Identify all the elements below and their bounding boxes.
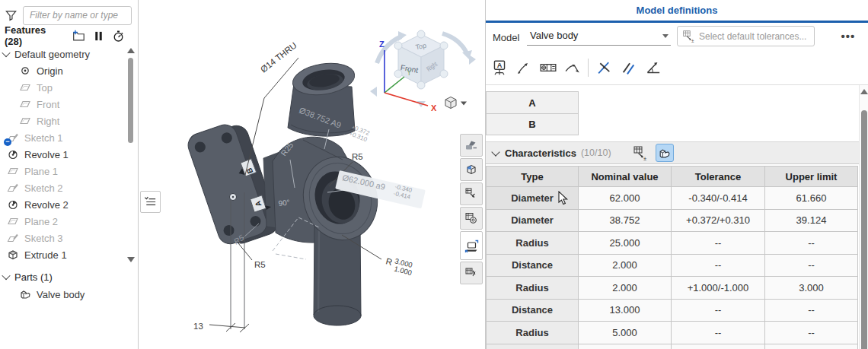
type-cell[interactable]: Distance — [486, 255, 579, 278]
feature-tree-item[interactable]: − Sketch 3 — [0, 230, 123, 246]
tolerance-cell[interactable]: +0.372/+0.310 — [672, 210, 765, 233]
appearance-tool-button[interactable] — [460, 134, 483, 157]
scrollbar-thumb[interactable] — [128, 58, 133, 143]
characteristics-section-header[interactable]: Characteristics (10/10) ± — [486, 141, 860, 164]
characteristic-row[interactable]: Distance 13.000 -- -- — [486, 300, 858, 322]
tolerance-cell[interactable]: -- — [672, 300, 765, 322]
column-header-nominal[interactable]: Nominal value — [579, 166, 672, 187]
feature-tree-item[interactable]: − Top — [0, 79, 123, 96]
annotation-dim13[interactable]: 13 — [193, 322, 203, 331]
feature-tree-item[interactable]: − Front — [0, 96, 123, 113]
exploded-view-button[interactable] — [460, 182, 483, 205]
annotation-d14-thru[interactable]: Ø14 THRU — [259, 40, 298, 74]
tolerance-cell[interactable]: -- — [672, 322, 765, 344]
upper-limit-cell[interactable]: -- — [765, 232, 858, 255]
tolerance-cell[interactable]: +1.000/-1.000 — [672, 277, 765, 300]
upper-limit-cell[interactable]: -- — [765, 300, 858, 322]
suppress-pause-icon[interactable] — [91, 28, 105, 43]
datum-tool-icon[interactable]: A — [489, 58, 509, 78]
tolerance-cell[interactable]: -- — [672, 232, 765, 255]
type-cell[interactable]: Radius — [486, 322, 579, 344]
leader-tool-icon[interactable] — [513, 58, 534, 78]
feature-tree-item[interactable]: − Sketch 2 — [0, 179, 123, 196]
characteristic-row[interactable]: Diameter 62.000 -0.340/-0.414 61.660 — [486, 187, 858, 210]
nominal-value-cell[interactable]: 2.000 — [579, 277, 672, 300]
nominal-value-cell[interactable]: 2.000 — [579, 255, 672, 278]
parts-section-header[interactable]: Parts (1) — [3, 268, 53, 285]
view-cube[interactable]: Top Front Right Z Y X — [370, 30, 476, 113]
upper-limit-cell[interactable]: 3.000 — [765, 277, 858, 300]
parallel-tool-icon[interactable] — [618, 58, 639, 78]
column-header-tolerance[interactable]: Tolerance — [672, 166, 765, 187]
characteristic-row[interactable]: Radius 2.000 +1.000/-1.000 3.000 — [486, 277, 858, 300]
panel-scrollbar[interactable] — [859, 85, 868, 349]
characteristic-row[interactable]: Diameter 38.752 +0.372/+0.310 39.124 — [486, 210, 858, 233]
upper-limit-cell[interactable]: 39.124 — [765, 210, 858, 233]
parts-list: Valve body — [0, 286, 123, 303]
nominal-value-cell[interactable]: 62.000 — [579, 187, 672, 210]
feature-control-frame-icon[interactable] — [538, 58, 558, 78]
nominal-value-cell[interactable]: 5.000 — [579, 322, 672, 344]
model-label: Model — [493, 32, 519, 43]
svg-text:R: R — [385, 256, 393, 267]
tolerance-cell[interactable]: -- — [672, 255, 765, 278]
filter-input[interactable] — [23, 6, 132, 25]
view-settings-button[interactable] — [445, 97, 467, 109]
tolerance-cell[interactable]: -0.340/-0.414 — [672, 187, 765, 210]
model-dropdown[interactable]: Valve body — [527, 27, 671, 46]
table-function-button[interactable] — [460, 262, 483, 284]
isometric-view-button[interactable] — [460, 158, 483, 181]
scroll-up-icon[interactable] — [860, 89, 868, 94]
display-sync-button[interactable] — [460, 231, 483, 260]
upper-limit-cell[interactable]: 61.660 — [765, 187, 858, 210]
datum-row-b[interactable]: B — [486, 113, 579, 135]
feature-tree-item[interactable]: − Sketch 1 — [0, 129, 123, 146]
upper-limit-cell[interactable]: -- — [765, 322, 858, 344]
scrollbar-thumb[interactable] — [861, 110, 867, 349]
angle-tool-icon[interactable] — [643, 58, 663, 78]
annotation-r5-bottom[interactable]: R5 — [254, 260, 266, 269]
datum-row-a[interactable]: A — [486, 91, 579, 113]
nominal-value-cell[interactable]: 38.752 — [579, 210, 672, 233]
type-cell[interactable]: Distance — [486, 300, 579, 322]
annotation-r3[interactable]: R 3.000 1.000 — [384, 254, 415, 277]
filter-funnel-icon[interactable] — [5, 9, 18, 22]
column-header-upper-limit[interactable]: Upper limit — [765, 166, 858, 187]
feature-tree-item[interactable]: − Origin — [0, 62, 123, 79]
type-cell[interactable]: Diameter — [486, 210, 579, 233]
characteristic-row[interactable]: Radius 25.000 -- -- — [486, 232, 858, 255]
overflow-menu-button[interactable]: ••• — [836, 27, 860, 44]
feature-tree-item[interactable]: − Plane 2 — [0, 213, 123, 230]
insert-folder-icon[interactable] — [72, 28, 85, 43]
upper-limit-cell[interactable]: -- — [765, 255, 858, 278]
feature-tree-scrollbar[interactable] — [126, 46, 136, 268]
type-cell[interactable]: Radius — [486, 232, 579, 255]
type-cell[interactable]: Radius — [486, 277, 579, 300]
rollback-stopwatch-icon[interactable] — [112, 28, 126, 43]
graphics-viewport[interactable]: B A Ø14 THRU Ø38.752 A9 +0.372 — [139, 0, 485, 349]
annotation-r5-top[interactable]: R5 — [352, 152, 363, 161]
characteristic-row[interactable]: Distance 2.000 -- -- — [486, 255, 858, 278]
intersection-tool-icon[interactable] — [594, 58, 614, 78]
default-tolerances-input[interactable]: ± Select default tolerances... — [677, 26, 815, 46]
column-header-type[interactable]: Type — [486, 166, 579, 187]
show-part-characteristics-button[interactable] — [656, 144, 674, 162]
callout-tool-icon[interactable] — [562, 58, 582, 78]
type-cell[interactable]: Diameter — [486, 187, 579, 210]
nominal-value-cell[interactable]: 13.000 — [579, 300, 672, 322]
part-list-item[interactable]: Valve body — [0, 286, 123, 303]
part-icon — [19, 288, 31, 300]
characteristic-row[interactable]: Radius 5.000 -- -- — [486, 322, 858, 344]
nominal-value-cell[interactable]: 25.000 — [579, 232, 672, 255]
scroll-down-icon[interactable] — [127, 257, 135, 262]
feature-tree-item[interactable]: − Extrude 1 — [0, 246, 123, 263]
feature-tree-item[interactable]: − Plane 1 — [0, 163, 123, 179]
feature-list-toggle-button[interactable] — [140, 191, 161, 213]
scroll-up-icon[interactable] — [127, 48, 135, 53]
feature-tree-item[interactable]: − Right — [0, 113, 123, 129]
apply-tolerances-icon[interactable]: ± — [631, 144, 649, 162]
feature-tree-item[interactable]: − Revolve 1 — [0, 146, 123, 163]
feature-tree-item[interactable]: − Default geometry — [0, 46, 123, 62]
feature-tree-item[interactable]: − Revolve 2 — [0, 196, 123, 213]
named-views-button[interactable] — [460, 207, 483, 230]
